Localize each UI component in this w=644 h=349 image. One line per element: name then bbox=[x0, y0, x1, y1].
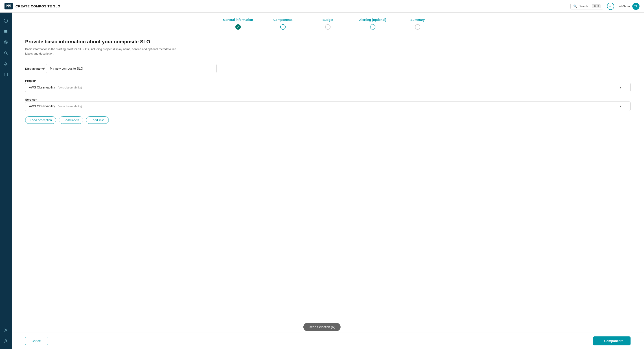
sidebar-item-reports[interactable] bbox=[1, 70, 10, 79]
step-circle-summary bbox=[415, 24, 420, 30]
content-area: General information ✓ Components bbox=[12, 13, 644, 349]
header-right: 🔍 Search... ⌘+K ✓ nobl9-dev TL bbox=[570, 3, 640, 10]
sidebar-item-admin[interactable] bbox=[1, 336, 10, 345]
search-icon: 🔍 bbox=[573, 5, 577, 8]
service-select[interactable]: AWS Observability (aws-observability) ▾ bbox=[25, 102, 630, 111]
project-label: Project* bbox=[25, 79, 36, 82]
svg-point-4 bbox=[4, 41, 8, 44]
service-name: AWS Observability bbox=[29, 104, 55, 108]
sidebar-item-dashboard[interactable] bbox=[1, 16, 10, 25]
add-links-button[interactable]: + Add links bbox=[86, 116, 108, 124]
cancel-button[interactable]: Cancel bbox=[25, 337, 48, 345]
search-shortcut: ⌘+K bbox=[592, 4, 600, 8]
display-name-field: Display name* bbox=[25, 64, 630, 79]
steps-container: General information ✓ Components bbox=[12, 13, 644, 30]
avatar: TL bbox=[632, 3, 640, 10]
service-label: Service* bbox=[25, 98, 36, 101]
svg-point-8 bbox=[6, 65, 6, 66]
project-select[interactable]: AWS Observability (aws-observability) ▾ bbox=[25, 83, 630, 92]
step-circle-general: ✓ bbox=[236, 24, 241, 30]
project-field: Project* AWS Observability (aws-observab… bbox=[25, 79, 630, 92]
step-label-alerting[interactable]: Alerting (optional) bbox=[359, 18, 386, 22]
chevron-down-icon-service: ▾ bbox=[620, 104, 621, 108]
svg-point-12 bbox=[5, 329, 6, 331]
form-subtitle: Basic information is the starting point … bbox=[25, 47, 182, 56]
user-info[interactable]: nobl9-dev TL bbox=[618, 3, 640, 10]
add-labels-button[interactable]: + Add labels bbox=[59, 116, 83, 124]
service-field: Service* AWS Observability (aws-observab… bbox=[25, 98, 630, 111]
project-slug: (aws-observability) bbox=[58, 86, 82, 89]
step-label-general[interactable]: General information bbox=[223, 18, 253, 22]
step-label-components[interactable]: Components bbox=[273, 18, 292, 22]
svg-point-5 bbox=[5, 42, 6, 43]
step-circle-alerting bbox=[370, 24, 376, 30]
page-title: CREATE COMPOSITE SLO bbox=[16, 4, 60, 8]
display-name-input[interactable] bbox=[46, 64, 216, 73]
step-circle-components bbox=[280, 24, 286, 30]
svg-point-13 bbox=[5, 339, 6, 341]
step-label-summary[interactable]: Summary bbox=[410, 18, 425, 22]
main-layout: General information ✓ Components bbox=[0, 13, 644, 349]
chevron-down-icon: ▾ bbox=[620, 86, 621, 89]
n9-logo: N9 bbox=[4, 3, 13, 10]
svg-line-7 bbox=[6, 54, 8, 55]
sidebar bbox=[0, 13, 12, 349]
sidebar-item-slo[interactable] bbox=[1, 38, 10, 47]
svg-rect-3 bbox=[4, 32, 8, 33]
logo-area: N9 CREATE COMPOSITE SLO bbox=[4, 3, 60, 10]
add-description-button[interactable]: + Add description bbox=[25, 116, 56, 124]
sidebar-item-alerts[interactable] bbox=[1, 59, 10, 68]
sidebar-item-search[interactable] bbox=[1, 49, 10, 58]
svg-rect-2 bbox=[4, 31, 8, 32]
project-name: AWS Observability bbox=[29, 86, 55, 89]
form-area: Provide basic information about your com… bbox=[12, 30, 644, 332]
service-slug: (aws-observability) bbox=[58, 105, 82, 108]
username: nobl9-dev bbox=[618, 5, 630, 8]
next-button[interactable]: → Components bbox=[593, 336, 630, 345]
svg-rect-9 bbox=[4, 73, 8, 76]
add-buttons-row: + Add description + Add labels + Add lin… bbox=[25, 116, 630, 124]
status-icon[interactable]: ✓ bbox=[607, 3, 614, 10]
svg-rect-1 bbox=[4, 30, 8, 31]
search-bar[interactable]: 🔍 Search... ⌘+K bbox=[570, 3, 604, 10]
svg-point-0 bbox=[4, 19, 8, 23]
footer: Cancel → Components bbox=[12, 332, 644, 349]
form-title: Provide basic information about your com… bbox=[25, 39, 630, 45]
step-label-budget[interactable]: Budget bbox=[322, 18, 333, 22]
search-placeholder: Search... bbox=[579, 5, 590, 8]
step-circle-budget bbox=[325, 24, 330, 30]
sidebar-item-settings[interactable] bbox=[1, 326, 10, 335]
header: N9 CREATE COMPOSITE SLO 🔍 Search... ⌘+K … bbox=[0, 0, 644, 13]
sidebar-item-list[interactable] bbox=[1, 27, 10, 36]
display-name-label: Display name* bbox=[25, 67, 45, 70]
